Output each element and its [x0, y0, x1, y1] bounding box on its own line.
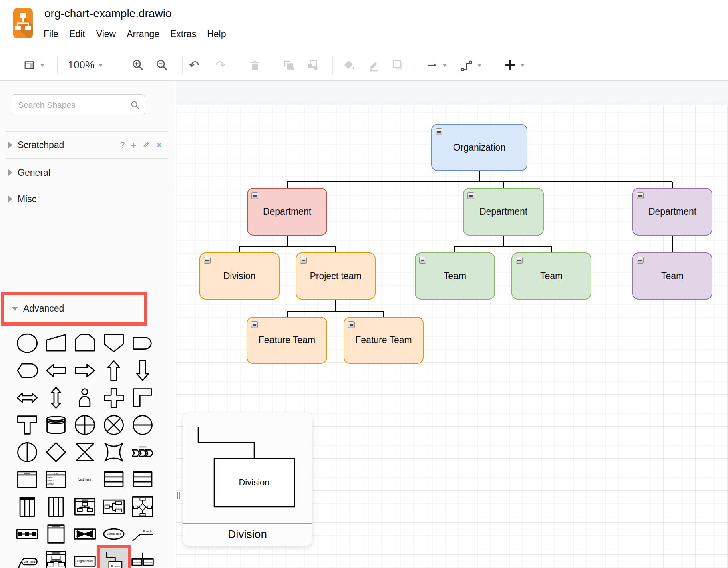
palette-shape-cross[interactable] — [99, 384, 128, 411]
palette-shape-hline-box-2[interactable] — [128, 466, 157, 493]
org-node-department-3[interactable]: Department — [632, 188, 712, 236]
palette-shape-circle-vline[interactable] — [13, 439, 42, 466]
palette-shape-sub-topic[interactable]: Sub Topic — [13, 548, 42, 568]
menu-arrange[interactable]: Arrange — [127, 29, 159, 40]
palette-shape-organization-box[interactable]: Organization — [70, 548, 99, 568]
palette-shape-central-idea[interactable]: Central Idea — [99, 520, 128, 548]
palette-shape-cross-flow[interactable] — [70, 520, 99, 548]
palette-shape-circle-cross[interactable] — [99, 411, 128, 439]
palette-shape-flow-diamond[interactable] — [128, 493, 157, 520]
collapse-icon[interactable] — [204, 257, 211, 264]
palette-shape-horizontal-flow[interactable] — [13, 520, 42, 548]
shadow-button[interactable] — [392, 50, 404, 81]
palette-shape-ellipse[interactable] — [13, 330, 42, 357]
org-node-division[interactable]: Division — [199, 252, 280, 300]
zoom-out-button[interactable] — [155, 50, 168, 81]
palette-shape-arrow-left[interactable] — [42, 357, 70, 384]
palette-shape-card[interactable] — [99, 330, 128, 357]
zoom-in-button[interactable] — [131, 50, 144, 81]
org-node-feature-team-2[interactable]: Feature Team — [344, 317, 424, 364]
canvas[interactable]: OrganizationDepartmentDepartmentDepartme… — [176, 81, 728, 568]
palette-shape-horizontal-tree[interactable] — [99, 493, 128, 520]
collapse-icon[interactable] — [637, 257, 644, 264]
org-node-department-1[interactable]: Department — [247, 188, 327, 236]
menu-edit[interactable]: Edit — [69, 29, 85, 40]
palette-shape-container[interactable] — [13, 466, 42, 493]
palette-shape-arrow-left-right[interactable] — [13, 384, 42, 411]
palette-shape-division-shape[interactable]: Division — [99, 548, 128, 568]
org-node-team-3[interactable]: Team — [632, 252, 712, 300]
edit-icon[interactable] — [142, 140, 151, 150]
palette-shape-delay[interactable] — [128, 330, 157, 357]
collapse-icon[interactable] — [516, 257, 523, 264]
collapse-icon[interactable] — [419, 257, 426, 264]
palette-shape-loop-limit[interactable] — [70, 330, 99, 357]
close-icon[interactable]: × — [157, 141, 162, 150]
palette-shape-manual-operation[interactable] — [42, 330, 70, 357]
palette-shape-tree-container[interactable] — [70, 493, 99, 520]
search-shapes-box[interactable] — [12, 94, 145, 115]
palette-shape-arrow-up-down[interactable] — [42, 384, 70, 411]
palette-shape-corner[interactable] — [128, 384, 157, 411]
insert-button[interactable] — [504, 50, 525, 81]
collapse-icon[interactable] — [467, 192, 474, 199]
delete-button[interactable] — [249, 50, 261, 81]
diagram-toggle-button[interactable] — [22, 50, 45, 81]
palette-shape-branch[interactable]: Branch — [128, 520, 157, 548]
palette-shape-data-store[interactable] — [42, 411, 70, 439]
fill-color-button[interactable] — [342, 50, 355, 81]
org-node-organization[interactable]: Organization — [431, 124, 527, 171]
to-front-button[interactable] — [282, 50, 295, 81]
palette-shape-actor[interactable] — [70, 384, 99, 411]
redo-button[interactable]: ↷ — [215, 50, 225, 81]
palette-shape-vcol-box[interactable] — [42, 493, 70, 520]
palette-shape-arrow-up[interactable] — [99, 357, 128, 384]
palette-shape-arrow-right[interactable] — [70, 357, 99, 384]
palette-shape-diamond[interactable] — [42, 439, 70, 466]
org-node-project-team[interactable]: Project team — [296, 252, 376, 300]
zoom-select-button[interactable]: 100% — [68, 50, 103, 81]
org-node-team-2[interactable]: Team — [511, 252, 591, 300]
add-icon[interactable]: + — [130, 140, 136, 150]
connection-button[interactable] — [425, 50, 447, 81]
collapse-icon[interactable] — [637, 192, 644, 199]
waypoints-button[interactable] — [460, 50, 482, 81]
section-misc[interactable]: Misc — [0, 187, 175, 211]
palette-shape-concave-square[interactable] — [99, 439, 128, 466]
palette-shape-sub-sections[interactable]: Sub SectionSub Section — [128, 548, 157, 568]
section-advanced[interactable]: Advanced — [4, 295, 144, 322]
palette-shape-circle-plus[interactable] — [70, 411, 99, 439]
collapse-icon[interactable] — [348, 321, 355, 328]
palette-shape-arrow-down[interactable] — [128, 357, 157, 384]
palette-shape-tee[interactable] — [13, 411, 42, 439]
palette-shape-hline-box[interactable] — [99, 466, 128, 493]
menu-extras[interactable]: Extras — [170, 29, 196, 40]
collapse-icon[interactable] — [251, 192, 258, 199]
org-node-feature-team-1[interactable]: Feature Team — [247, 317, 327, 364]
sidebar-resize-handle[interactable] — [177, 492, 181, 499]
palette-shape-list-item[interactable]: List Item — [70, 466, 99, 493]
palette-shape-org-container[interactable] — [42, 548, 70, 568]
section-general[interactable]: General — [0, 159, 175, 187]
search-input[interactable] — [18, 95, 130, 115]
to-back-button[interactable] — [306, 50, 319, 81]
palette-shape-vcol-box-dark[interactable] — [13, 493, 42, 520]
section-scratchpad[interactable]: Scratchpad ? + × — [0, 132, 175, 158]
palette-shape-list[interactable]: ListItem 1Item 2Item 3 — [42, 466, 70, 493]
help-icon[interactable]: ? — [120, 141, 125, 149]
palette-shape-circle-hline[interactable] — [128, 411, 157, 439]
collapse-icon[interactable] — [436, 128, 442, 135]
line-color-button[interactable] — [368, 50, 380, 81]
menu-file[interactable]: File — [44, 29, 58, 40]
palette-shape-pipeline[interactable] — [128, 439, 157, 466]
menu-view[interactable]: View — [96, 29, 116, 40]
collapse-icon[interactable] — [251, 321, 258, 328]
collapse-icon[interactable] — [300, 257, 307, 264]
document-title[interactable]: org-chart-example.drawio — [44, 7, 171, 20]
menu-help[interactable]: Help — [207, 29, 226, 40]
org-node-department-2[interactable]: Department — [463, 188, 544, 236]
org-node-team-1[interactable]: Team — [415, 252, 495, 300]
palette-shape-hourglass[interactable] — [70, 439, 99, 466]
palette-shape-titled-container[interactable] — [42, 520, 70, 548]
palette-shape-terminator[interactable] — [13, 357, 42, 384]
